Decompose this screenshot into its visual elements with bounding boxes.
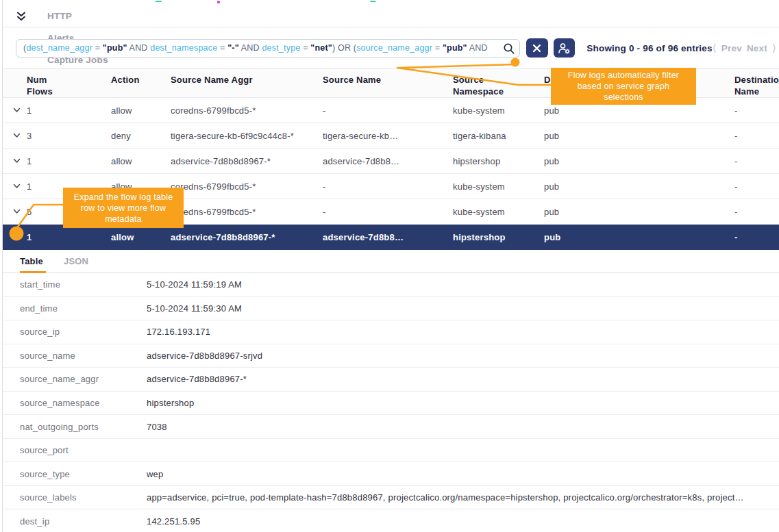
cell-source-namespace: kube-system (453, 105, 544, 116)
tab-json[interactable]: JSON (64, 256, 88, 273)
flow-table-row[interactable]: 1 allow adservice-7d8b8d8967-* adservice… (3, 225, 779, 250)
header-source-name-aggr: Source Name Aggr (171, 74, 323, 86)
query-segment: source_name_aggr (356, 43, 432, 53)
collapse-panel-icon[interactable] (14, 9, 29, 24)
flow-table-row[interactable]: 3 deny tigera-secure-kb-6f9c9c44c8-* tig… (3, 123, 779, 149)
cell-dest-name-aggr: pub (544, 207, 734, 217)
cell-destination-name: - (734, 156, 779, 166)
row-expand-chevron-icon[interactable] (13, 209, 27, 214)
cell-source-name: - (323, 181, 453, 192)
cell-action: allow (111, 232, 171, 242)
detail-field-value: wep (147, 469, 164, 479)
query-segment: = (217, 43, 227, 53)
detail-field-row: source_port (3, 439, 779, 463)
detail-field-row: source_namespace hipstershop (3, 392, 779, 416)
header-num-flows: Num Flows (27, 74, 62, 97)
cell-num-flows: 1 (27, 232, 111, 242)
query-segment: AND (239, 43, 262, 53)
cell-source-name-aggr: adservice-7d8b8d8967-* (171, 232, 323, 242)
cell-source-name: - (323, 105, 453, 116)
cell-num-flows: 1 (27, 156, 111, 166)
user-filter-settings-button[interactable] (554, 38, 576, 58)
cell-source-namespace: tigera-kibana (453, 131, 544, 141)
cell-source-name-aggr: coredns-6799fbcd5-* (171, 105, 323, 116)
detail-field-value: adservice-7d8b8d8967-* (147, 374, 248, 384)
prev-button[interactable]: Prev (721, 43, 742, 53)
service-graph-edge-strip (3, 0, 779, 5)
detail-field-row: source_ip 172.16.193.171 (3, 320, 779, 344)
detail-field-key: source_namespace (3, 398, 147, 408)
cell-source-name-aggr: tigera-secure-kb-6f9c9c44c8-* (171, 131, 323, 141)
detail-field-row: start_time 5-10-2024 11:59:19 AM (3, 273, 779, 297)
cell-destination-name: - (734, 232, 779, 242)
cell-source-namespace: kube-system (453, 181, 544, 192)
detail-field-row: source_labels app=adservice, pci=true, p… (3, 486, 779, 510)
detail-field-value: app=adservice, pci=true, pod-template-ha… (147, 492, 745, 503)
flow-detail-tabs: Table JSON (3, 250, 779, 273)
entries-count-label: Showing 0 - 96 of 96 entries (586, 43, 712, 53)
detail-field-key: source_ip (3, 327, 147, 337)
header-source-name: Source Name (323, 74, 453, 86)
cell-source-name: adservice-7d8b8… (323, 156, 453, 166)
person-gear-icon (558, 42, 571, 54)
prev-chevron-icon[interactable]: ⟨ (713, 42, 717, 54)
tooltip-expand-hint: Expand the flow log table row to view mo… (63, 188, 184, 228)
close-icon (532, 44, 541, 53)
cell-destination-name: - (734, 181, 779, 192)
next-chevron-icon[interactable]: ⟩ (772, 42, 776, 54)
tab-table[interactable]: Table (20, 256, 43, 273)
tab-label: HTTP (47, 11, 72, 21)
cell-num-flows: 1 (27, 105, 111, 116)
search-icon[interactable] (502, 42, 516, 58)
cell-source-namespace: hipstershop (453, 232, 544, 242)
cell-dest-name-aggr: pub (544, 105, 734, 116)
tab-dns[interactable]: DNS (38, 0, 117, 5)
query-segment: "net" (310, 43, 332, 53)
query-segment: dest_namespace (150, 43, 217, 53)
tooltip-filter-hint: Flow logs automatically filter based on … (551, 68, 696, 105)
row-expand-chevron-icon[interactable] (13, 158, 27, 164)
query-segment: ) OR ( (332, 43, 356, 53)
row-expand-chevron-icon[interactable] (13, 234, 27, 240)
detail-field-value: hipstershop (147, 398, 195, 408)
filter-query-text: (dest_name_aggr = "pub" AND dest_namespa… (23, 43, 490, 53)
detail-field-value: adservice-7d8b8d8967-srjvd (147, 351, 264, 361)
query-segment: "pub" (103, 43, 127, 53)
cell-destination-name: - (734, 207, 779, 217)
flow-table-row[interactable]: 1 allow adservice-7d8b8d8967-* adservice… (3, 149, 779, 174)
log-type-tabbar: Flows 96 DNS HTTP Alerts Capture Jobs (3, 5, 779, 27)
detail-field-key: end_time (3, 303, 147, 314)
cell-dest-name-aggr: pub (544, 131, 734, 141)
cell-destination-name: - (734, 131, 779, 141)
cell-action: deny (111, 131, 171, 141)
row-expand-chevron-icon[interactable] (13, 133, 27, 138)
cell-num-flows: 3 (27, 131, 111, 141)
cell-source-name-aggr: adservice-7d8b8d8967-* (171, 156, 323, 166)
row-expand-chevron-icon[interactable] (13, 107, 27, 113)
row-expand-chevron-icon[interactable] (13, 183, 27, 189)
flow-detail-table: start_time 5-10-2024 11:59:19 AM end_tim… (3, 273, 779, 532)
query-segment: = (432, 43, 443, 53)
query-segment: "-" (227, 43, 239, 53)
cell-source-name-aggr: coredns-6799fbcd5-* (171, 207, 323, 217)
flow-logs-panel: Flows 96 DNS HTTP Alerts Capture Jobs (d… (2, 0, 779, 532)
cell-action: allow (111, 156, 171, 166)
detail-field-value: 142.251.5.95 (147, 516, 201, 527)
query-segment: = (300, 43, 310, 53)
detail-field-value: 172.16.193.171 (147, 327, 212, 337)
cell-source-name-aggr: coredns-6799fbcd5-* (171, 181, 323, 192)
cell-source-name: adservice-7d8b8… (323, 232, 453, 242)
clear-filter-button[interactable] (526, 38, 548, 58)
filter-query-input[interactable]: (dest_name_aggr = "pub" AND dest_namespa… (16, 39, 520, 58)
query-segment: AND (467, 43, 491, 53)
detail-field-row: source_name_aggr adservice-7d8b8d8967-* (3, 368, 779, 392)
detail-field-row: nat_outgoing_ports 7038 (3, 415, 779, 439)
query-segment: "pub" (443, 43, 467, 53)
detail-field-value: 5-10-2024 11:59:19 AM (147, 279, 243, 290)
cell-source-name: tigera-secure-kb… (323, 131, 453, 141)
next-button[interactable]: Next (747, 43, 767, 53)
detail-field-value: 5-10-2024 11:59:30 AM (147, 303, 243, 314)
detail-field-key: source_labels (3, 492, 147, 503)
tab-http[interactable]: HTTP (38, 5, 117, 27)
cell-source-name: - (323, 207, 453, 217)
